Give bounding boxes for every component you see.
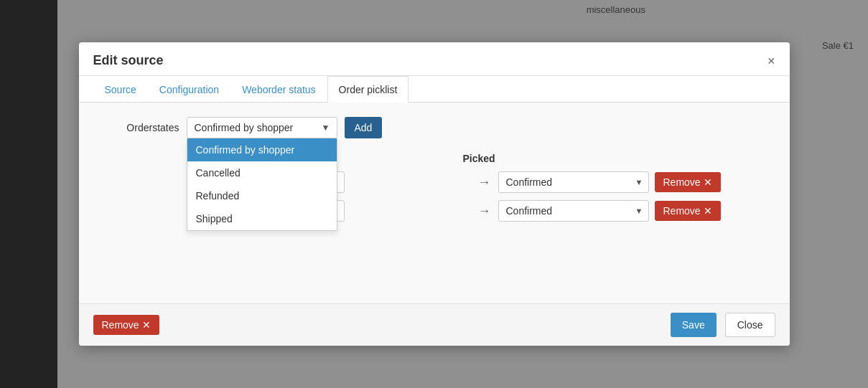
arrow-right-icon-1: →	[478, 175, 491, 190]
picked-select-wrapper-2: Confirmed Confirmed by shopper Cancelled…	[498, 200, 649, 222]
arrow-right-icon-2: →	[478, 204, 491, 219]
modal-title: Edit source	[93, 53, 164, 68]
picklist-row-2-right: Confirmed Confirmed by shopper Cancelled…	[498, 200, 775, 222]
footer-actions: Save Close	[671, 313, 775, 337]
picked-select-1[interactable]: Confirmed Confirmed by shopper Cancelled…	[498, 171, 649, 193]
picked-header: Picked	[463, 153, 704, 164]
tab-configuration[interactable]: Configuration	[148, 76, 230, 103]
picklist-row-1-right: Confirmed Confirmed by shopper Cancelled…	[498, 171, 775, 193]
dropdown-item-shipped[interactable]: Shipped	[187, 207, 337, 230]
dropdown-item-refunded[interactable]: Refunded	[187, 184, 337, 207]
modal-header: Edit source ×	[79, 42, 790, 76]
add-button[interactable]: Add	[345, 117, 383, 138]
footer-remove-button[interactable]: Remove ✕	[93, 315, 159, 335]
modal-overlay: Edit source × Source Configuration Webor…	[0, 0, 868, 388]
tabs-container: Source Configuration Weborder status Ord…	[79, 76, 790, 103]
tab-order-picklist[interactable]: Order picklist	[327, 76, 409, 103]
dropdown-item-confirmed-by-shopper[interactable]: Confirmed by shopper	[187, 138, 337, 161]
orderstates-label: Orderstates	[93, 122, 179, 133]
remove-button-1[interactable]: Remove ✕	[655, 172, 721, 192]
modal-body: Orderstates Confirmed by shopper Cancell…	[79, 103, 790, 303]
orderstates-dropdown: Confirmed by shopper Cancelled Refunded …	[187, 138, 337, 231]
modal-close-button[interactable]: ×	[767, 55, 775, 67]
save-button[interactable]: Save	[671, 313, 717, 337]
orderstates-row: Orderstates Confirmed by shopper Cancell…	[93, 117, 775, 138]
tab-weborder-status[interactable]: Weborder status	[230, 76, 327, 103]
close-button[interactable]: Close	[725, 313, 775, 337]
remove-button-2[interactable]: Remove ✕	[655, 201, 721, 221]
orderstates-select-wrapper: Confirmed by shopper Cancelled Refunded …	[187, 117, 337, 138]
orderstates-select[interactable]: Confirmed by shopper Cancelled Refunded …	[187, 117, 337, 138]
picked-select-2[interactable]: Confirmed Confirmed by shopper Cancelled…	[498, 200, 649, 222]
picked-select-wrapper-1: Confirmed Confirmed by shopper Cancelled…	[498, 171, 649, 193]
edit-source-modal: Edit source × Source Configuration Webor…	[79, 42, 790, 346]
orderstates-spacer	[93, 153, 187, 164]
modal-footer: Remove ✕ Save Close	[79, 303, 790, 346]
tab-source[interactable]: Source	[93, 76, 148, 103]
dropdown-item-cancelled[interactable]: Cancelled	[187, 161, 337, 184]
